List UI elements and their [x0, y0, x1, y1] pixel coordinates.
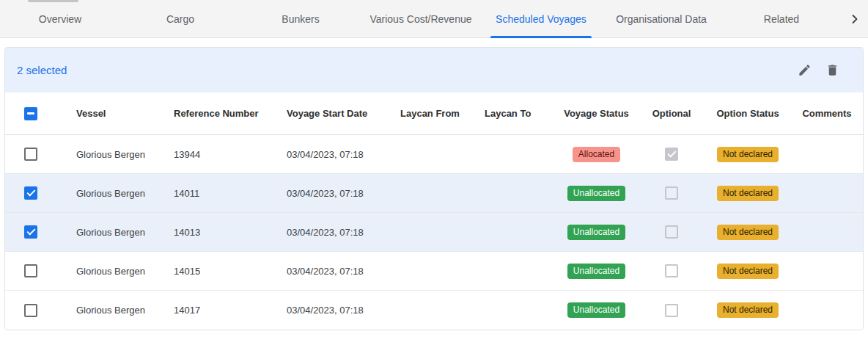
delete-button[interactable] [823, 62, 841, 79]
status-badge-unallocated: Unallocated [567, 302, 625, 318]
column-header-laycan-from: Laycan From [400, 92, 485, 134]
column-header-voyage-status: Voyage Status [554, 92, 639, 134]
status-badge-not-declared: Not declared [717, 186, 779, 201]
tab-scheduled-voyages[interactable]: Scheduled Voyages [481, 0, 601, 37]
row-select-checkbox[interactable] [24, 186, 37, 200]
tab-bar: OverviewCargoBunkersVarious Cost/Revenue… [0, 0, 868, 38]
tab-organisational-data[interactable]: Organisational Data [601, 0, 721, 37]
table-row-14015: Glorious Bergen1401503/04/2023, 07:18Una… [5, 252, 863, 291]
status-badge-not-declared: Not declared [717, 225, 779, 240]
comments-cell [791, 291, 863, 330]
reference-number-cell: 14017 [174, 291, 287, 330]
row-checkbox-cell [5, 291, 76, 330]
select-all-checkbox[interactable] [24, 107, 37, 120]
vessel-cell: Glorious Bergen [76, 213, 174, 251]
voyage-status-cell: Unallocated [554, 252, 639, 290]
laycan-to-cell [485, 291, 554, 330]
optional-cell [639, 135, 705, 173]
voyage-start-date-cell: 03/04/2023, 07:18 [287, 213, 400, 251]
column-header-option-status: Option Status [705, 92, 791, 134]
laycan-to-cell [485, 135, 554, 173]
table-row-14011: Glorious Bergen1401103/04/2023, 07:18Una… [5, 174, 863, 213]
voyage-start-date-cell: 03/04/2023, 07:18 [287, 291, 400, 330]
laycan-from-cell [400, 174, 485, 212]
laycan-from-cell [400, 252, 485, 290]
scheduled-voyages-card: 2 selected VesselReference NumberVoyage … [4, 47, 864, 330]
option-status-cell: Not declared [705, 135, 791, 173]
voyage-status-cell: Unallocated [554, 213, 639, 251]
row-select-checkbox[interactable] [24, 148, 37, 161]
selection-actions [795, 62, 841, 79]
comments-cell [791, 252, 863, 290]
status-badge-not-declared: Not declared [717, 264, 779, 279]
option-status-cell: Not declared [705, 174, 791, 212]
column-header-optional: Optional [639, 92, 705, 134]
reference-number-cell: 13944 [174, 135, 287, 173]
column-header-comments: Comments [791, 92, 863, 134]
option-status-cell: Not declared [705, 213, 791, 251]
tab-cargo[interactable]: Cargo [120, 0, 240, 37]
reference-number-cell: 14011 [174, 174, 287, 212]
row-checkbox-cell [5, 252, 76, 290]
vessel-cell: Glorious Bergen [76, 291, 174, 330]
vessel-cell: Glorious Bergen [76, 252, 174, 290]
table-row-14013: Glorious Bergen1401303/04/2023, 07:18Una… [5, 213, 863, 252]
optional-cell [639, 174, 705, 212]
status-badge-unallocated: Unallocated [567, 186, 625, 201]
row-checkbox-cell [5, 174, 76, 212]
laycan-from-cell [400, 135, 485, 173]
row-checkbox-cell [5, 135, 76, 173]
laycan-to-cell [485, 174, 554, 212]
vessel-cell: Glorious Bergen [76, 174, 174, 212]
table-row-14017: Glorious Bergen1401703/04/2023, 07:18Una… [5, 291, 863, 330]
status-badge-not-declared: Not declared [717, 302, 779, 318]
edit-pencil-icon [798, 63, 812, 77]
comments-cell [791, 174, 863, 212]
optional-checkbox[interactable] [665, 186, 678, 200]
voyage-start-date-cell: 03/04/2023, 07:18 [287, 252, 400, 290]
column-header-laycan-to: Laycan To [485, 92, 554, 134]
comments-cell [791, 213, 863, 251]
laycan-from-cell [400, 291, 485, 330]
reference-number-cell: 14015 [174, 252, 287, 290]
optional-cell [639, 291, 705, 330]
voyage-start-date-cell: 03/04/2023, 07:18 [287, 135, 400, 173]
optional-checkbox[interactable] [665, 225, 678, 239]
header-checkbox-cell [5, 92, 76, 134]
row-select-checkbox[interactable] [24, 225, 37, 239]
reference-number-cell: 14013 [174, 213, 287, 251]
selected-count-label: 2 selected [17, 64, 67, 76]
tabs-overflow-button[interactable] [842, 0, 868, 37]
option-status-cell: Not declared [705, 291, 791, 330]
row-checkbox-cell [5, 213, 76, 251]
status-badge-not-declared: Not declared [717, 147, 779, 162]
selection-toolbar: 2 selected [5, 48, 863, 92]
optional-checkbox[interactable] [665, 264, 678, 277]
tab-bunkers[interactable]: Bunkers [240, 0, 361, 37]
edit-button[interactable] [795, 62, 813, 79]
trash-icon [825, 63, 839, 77]
table-body: Glorious Bergen1394403/04/2023, 07:18All… [5, 135, 863, 330]
table-header-row: VesselReference NumberVoyage Start DateL… [5, 92, 863, 135]
optional-cell [639, 213, 705, 251]
tab-overview[interactable]: Overview [0, 0, 120, 37]
chevron-right-icon [847, 12, 862, 26]
column-header-voyage-start-date: Voyage Start Date [287, 92, 400, 134]
vessel-cell: Glorious Bergen [76, 135, 174, 173]
voyage-status-cell: Allocated [554, 135, 639, 173]
optional-cell [639, 252, 705, 290]
voyage-status-cell: Unallocated [554, 174, 639, 212]
laycan-to-cell [485, 252, 554, 290]
voyage-status-cell: Unallocated [554, 291, 639, 330]
optional-checkbox[interactable] [665, 304, 678, 317]
comments-cell [791, 135, 863, 173]
row-select-checkbox[interactable] [24, 264, 37, 277]
column-header-reference-number: Reference Number [174, 92, 287, 134]
tab-various-cost-revenue[interactable]: Various Cost/Revenue [361, 0, 481, 37]
tab-list: OverviewCargoBunkersVarious Cost/Revenue… [0, 0, 842, 37]
laycan-to-cell [485, 213, 554, 251]
column-header-vessel: Vessel [76, 92, 174, 134]
table-row-13944: Glorious Bergen1394403/04/2023, 07:18All… [5, 135, 863, 174]
tab-related[interactable]: Related [721, 0, 842, 37]
row-select-checkbox[interactable] [24, 304, 37, 317]
